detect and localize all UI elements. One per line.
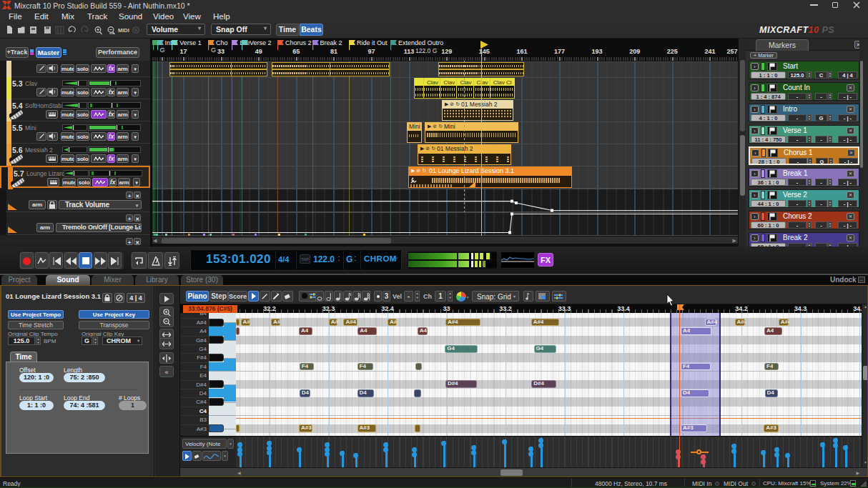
- svg-text:MIDI: MIDI: [118, 27, 129, 34]
